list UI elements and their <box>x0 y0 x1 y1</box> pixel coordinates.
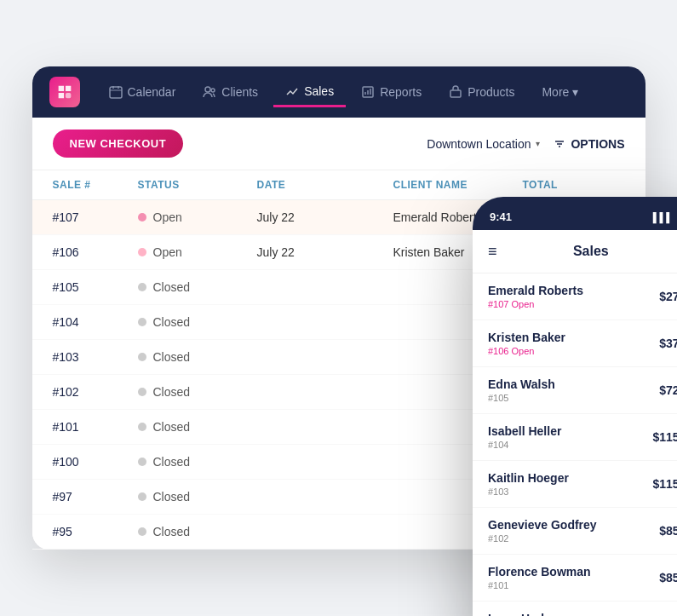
phone-list-item[interactable]: Kaitlin Hoeger #103 $115.00 <box>473 461 677 508</box>
phone-item-price: $37.40 <box>659 337 677 350</box>
phone-list-item[interactable]: Isaac Hudson #100 $105.00 <box>473 602 677 616</box>
phone-item-left: Kaitlin Hoeger #103 <box>488 471 569 497</box>
status-cell: Open <box>138 245 257 259</box>
nav-products[interactable]: Products <box>437 78 526 106</box>
phone-item-left: Kristen Baker #106 Open <box>488 331 565 356</box>
status-dot <box>138 248 146 256</box>
phone-item-left: Edna Walsh #105 <box>488 377 555 403</box>
phone-list-item[interactable]: Kristen Baker #106 Open $37.40 <box>473 320 677 367</box>
status-dot <box>138 423 146 431</box>
sale-number: #97 <box>53 490 138 504</box>
phone-header: ≡ Sales + <box>473 230 677 273</box>
phone-item-name: Emerald Roberts <box>488 284 583 297</box>
status-label: Closed <box>153 350 191 364</box>
nav-reports[interactable]: Reports <box>349 78 433 106</box>
status-cell: Closed <box>138 490 257 504</box>
status-dot <box>138 492 146 501</box>
col-date: DATE <box>257 179 393 191</box>
phone-overlay: 9:41 ▌▌▌ ▲ ▮ ≡ Sales + Emerald Roberts #… <box>473 197 677 616</box>
status-dot <box>138 283 146 291</box>
options-icon <box>554 138 565 150</box>
phone-item-name: Kaitlin Hoeger <box>488 471 569 485</box>
status-cell: Closed <box>138 350 257 364</box>
nav-sales[interactable]: Sales <box>273 78 346 107</box>
sale-number: #106 <box>53 245 138 259</box>
status-label: Closed <box>153 420 191 434</box>
table-header: SALE # STATUS DATE CLIENT NAME TOTAL <box>32 170 645 200</box>
app-logo[interactable] <box>49 77 80 107</box>
status-label: Closed <box>153 525 191 538</box>
phone-status-icons: ▌▌▌ ▲ ▮ <box>653 211 677 222</box>
sale-number: #104 <box>53 315 138 329</box>
svg-point-5 <box>205 87 210 92</box>
status-dot <box>138 318 146 326</box>
phone-list: Emerald Roberts #107 Open $27.50 Kristen… <box>473 273 677 616</box>
col-total: TOTAL <box>523 179 625 191</box>
svg-point-6 <box>211 89 215 92</box>
status-dot <box>138 527 146 536</box>
status-dot <box>138 388 146 396</box>
status-label: Closed <box>153 490 191 504</box>
col-status: STATUS <box>138 179 257 191</box>
phone-item-sub: #103 <box>488 486 569 497</box>
status-label: Closed <box>153 315 191 329</box>
phone-item-sub: #104 <box>488 440 561 450</box>
status-label: Closed <box>153 280 191 294</box>
phone-item-price: $27.50 <box>659 290 677 303</box>
status-cell: Closed <box>138 525 257 538</box>
status-cell: Closed <box>138 280 257 294</box>
nav-more[interactable]: More ▾ <box>530 78 590 106</box>
phone-item-name: Edna Walsh <box>488 377 555 391</box>
status-label: Open <box>153 210 182 224</box>
phone-item-left: Genevieve Godfrey #102 <box>488 518 597 544</box>
phone-item-sub: #106 Open <box>488 346 565 356</box>
svg-rect-11 <box>450 90 461 97</box>
location-caret-icon: ▾ <box>536 139 540 148</box>
phone-header-title: Sales <box>573 244 609 259</box>
toolbar-right: Downtown Location ▾ OPTIONS <box>427 137 624 151</box>
phone-item-sub: #101 <box>488 580 591 590</box>
col-client: CLIENT NAME <box>393 179 523 191</box>
status-cell: Closed <box>138 420 257 434</box>
nav-calendar[interactable]: Calendar <box>97 78 188 106</box>
nav-clients[interactable]: Clients <box>191 78 270 106</box>
phone-item-name: Isabell Heller <box>488 424 561 438</box>
phone-item-left: Isabell Heller #104 <box>488 424 561 450</box>
sale-date: July 22 <box>257 245 393 259</box>
phone-item-price: $115.00 <box>652 430 677 444</box>
phone-item-name: Genevieve Godfrey <box>488 518 597 532</box>
signal-icon: ▌▌▌ <box>653 212 673 222</box>
sale-number: #105 <box>53 280 138 294</box>
phone-item-name: Isaac Hudson <box>488 612 565 616</box>
sale-number: #107 <box>53 210 138 224</box>
status-dot <box>138 458 146 466</box>
status-cell: Open <box>138 210 257 224</box>
phone-list-item[interactable]: Edna Walsh #105 $72.60 <box>473 367 677 414</box>
phone-item-left: Isaac Hudson #100 <box>488 612 565 616</box>
new-checkout-button[interactable]: NEW CHECKOUT <box>53 130 184 158</box>
options-button[interactable]: OPTIONS <box>554 137 624 151</box>
nav-bar: Calendar Clients Sales Reports Products … <box>32 66 645 118</box>
location-selector[interactable]: Downtown Location ▾ <box>427 137 540 151</box>
phone-filter-icon[interactable]: ≡ <box>488 243 497 261</box>
phone-list-item[interactable]: Florence Bowman #101 $85.00 <box>473 555 677 602</box>
status-cell: Closed <box>138 385 257 399</box>
sale-number: #100 <box>53 455 138 469</box>
phone-time: 9:41 <box>490 210 512 223</box>
svg-rect-1 <box>110 87 122 98</box>
status-dot <box>138 353 146 361</box>
phone-item-price: $72.60 <box>659 383 677 397</box>
sale-number: #102 <box>53 385 138 399</box>
status-label: Closed <box>153 385 191 399</box>
phone-list-item[interactable]: Emerald Roberts #107 Open $27.50 <box>473 273 677 320</box>
phone-item-price: $115.00 <box>652 477 677 491</box>
status-cell: Closed <box>138 315 257 329</box>
phone-list-item[interactable]: Genevieve Godfrey #102 $85.00 <box>473 508 677 555</box>
phone-item-name: Kristen Baker <box>488 331 565 344</box>
toolbar: NEW CHECKOUT Downtown Location ▾ OPTIONS <box>32 118 645 170</box>
status-label: Closed <box>153 455 191 469</box>
col-sale: SALE # <box>53 179 138 191</box>
phone-item-name: Florence Bowman <box>488 565 591 579</box>
sale-number: #103 <box>53 350 138 364</box>
phone-list-item[interactable]: Isabell Heller #104 $115.00 <box>473 414 677 461</box>
